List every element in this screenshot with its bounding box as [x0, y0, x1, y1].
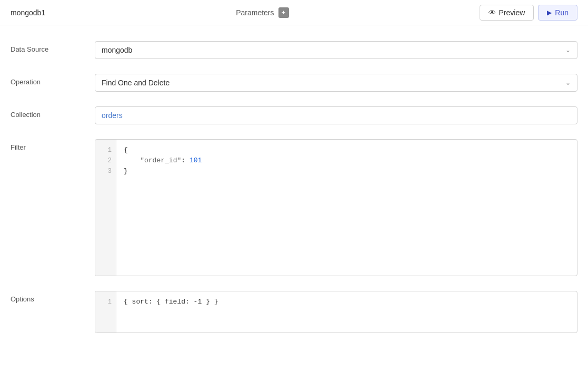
- operation-row: Operation Find One and Delete ⌄: [11, 74, 577, 92]
- filter-label: Filter: [11, 139, 95, 151]
- data-source-row: Data Source mongodb ⌄: [11, 41, 577, 59]
- play-icon: ▶: [547, 9, 552, 16]
- eye-icon: 👁: [489, 8, 496, 17]
- operation-select[interactable]: Find One and Delete ⌄: [95, 74, 577, 92]
- topbar-center: Parameters +: [236, 7, 288, 18]
- query-title: mongodb1: [11, 8, 45, 17]
- options-control: 1 { sort: { field: -1 } }: [95, 291, 577, 333]
- line-num-3: 3: [95, 166, 116, 177]
- filter-control: 1 2 3 { "order_id": 101 }: [95, 139, 577, 276]
- collection-label: Collection: [11, 106, 95, 119]
- preview-button[interactable]: 👁 Preview: [480, 5, 534, 21]
- options-editor[interactable]: 1 { sort: { field: -1 } }: [95, 291, 577, 333]
- chevron-down-icon: ⌄: [565, 79, 571, 86]
- add-parameter-button[interactable]: +: [278, 7, 289, 18]
- main-content: Data Source mongodb ⌄ Operation Find One…: [0, 25, 588, 364]
- filter-code-content[interactable]: { "order_id": 101 }: [116, 140, 577, 276]
- line-num-1: 1: [95, 145, 116, 155]
- line-num-2: 2: [95, 155, 116, 166]
- data-source-control: mongodb ⌄: [95, 41, 577, 59]
- operation-value: Find One and Delete: [102, 79, 170, 87]
- preview-label: Preview: [499, 8, 525, 17]
- operation-control: Find One and Delete ⌄: [95, 74, 577, 92]
- collection-control: [95, 106, 577, 124]
- options-line-num-1: 1: [95, 297, 116, 307]
- filter-line-numbers: 1 2 3: [95, 140, 116, 276]
- options-row: Options 1 { sort: { field: -1 } }: [11, 291, 577, 333]
- topbar-right: 👁 Preview ▶ Run: [480, 5, 577, 21]
- data-source-value: mongodb: [102, 46, 132, 54]
- options-label: Options: [11, 291, 95, 303]
- run-label: Run: [555, 8, 569, 17]
- collection-row: Collection: [11, 106, 577, 124]
- filter-row: Filter 1 2 3 { "order_id": 101 }: [11, 139, 577, 276]
- topbar: mongodb1 Parameters + 👁 Preview ▶ Run: [0, 0, 588, 25]
- collection-input[interactable]: [95, 106, 577, 124]
- filter-editor[interactable]: 1 2 3 { "order_id": 101 }: [95, 139, 577, 276]
- data-source-select[interactable]: mongodb ⌄: [95, 41, 577, 59]
- data-source-label: Data Source: [11, 41, 95, 53]
- options-line-numbers: 1: [95, 291, 116, 333]
- run-button[interactable]: ▶ Run: [538, 5, 577, 21]
- parameters-label: Parameters: [236, 8, 274, 17]
- operation-label: Operation: [11, 74, 95, 86]
- chevron-down-icon: ⌄: [565, 46, 571, 54]
- options-code-content[interactable]: { sort: { field: -1 } }: [116, 291, 577, 333]
